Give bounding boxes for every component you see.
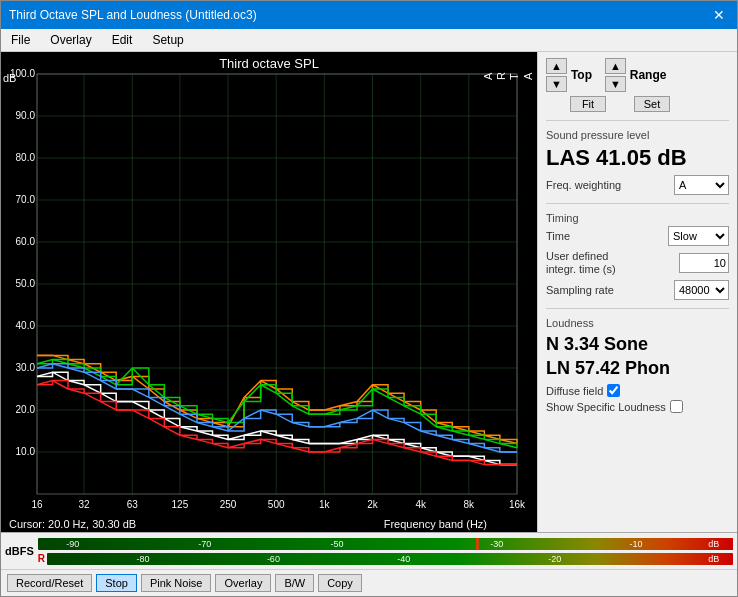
- r-label: R: [38, 553, 45, 564]
- svg-text:-50: -50: [330, 539, 343, 549]
- svg-text:-90: -90: [66, 539, 79, 549]
- top-up-button[interactable]: ▲: [546, 58, 567, 74]
- svg-text:-40: -40: [397, 554, 410, 564]
- meter-bot-svg: -80 -60 -40 -20 dB: [47, 552, 733, 566]
- spl-value: LAS 41.05 dB: [546, 145, 729, 171]
- diffuse-field-row: Diffuse field: [546, 384, 729, 397]
- dbfs-bar: dBFS: [1, 533, 737, 569]
- svg-rect-8: [47, 553, 733, 565]
- show-specific-loudness-label: Show Specific Loudness: [546, 401, 666, 413]
- timing-label: Timing: [546, 212, 729, 224]
- show-specific-loudness-checkbox[interactable]: [670, 400, 683, 413]
- svg-text:-60: -60: [267, 554, 280, 564]
- main-window: Third Octave SPL and Loudness (Untitled.…: [0, 0, 738, 597]
- overlay-button[interactable]: Overlay: [215, 574, 271, 592]
- spl-section-label: Sound pressure level: [546, 129, 729, 141]
- bw-button[interactable]: B/W: [275, 574, 314, 592]
- set-button[interactable]: Set: [634, 96, 670, 112]
- window-title: Third Octave SPL and Loudness (Untitled.…: [9, 8, 257, 22]
- loudness-n-value: N 3.34 Sone LN 57.42 Phon: [546, 333, 729, 380]
- main-content: Third octave SPL ARTA Cursor: 20.0 Hz, 3…: [1, 52, 737, 532]
- spl-chart: [1, 52, 537, 532]
- chart-canvas-wrap: ARTA Cursor: 20.0 Hz, 30.30 dB Frequency…: [1, 52, 537, 532]
- loudness-section-label: Loudness: [546, 317, 729, 329]
- time-select[interactable]: Slow Fast Impulse: [668, 226, 729, 246]
- arta-label: ARTA: [482, 72, 535, 80]
- svg-text:dB: dB: [708, 554, 719, 564]
- chart-title: Third octave SPL: [1, 52, 537, 73]
- top-label: Top: [571, 68, 601, 82]
- sampling-rate-row: Sampling rate 44100 48000 96000: [546, 280, 729, 300]
- user-integr-label: User defined integr. time (s): [546, 250, 636, 276]
- freq-weighting-label: Freq. weighting: [546, 179, 621, 191]
- divider-3: [546, 308, 729, 309]
- right-panel: ▲ ▼ Top ▲ ▼ Range Fit Set Sound pressure…: [537, 52, 737, 532]
- time-row: Time Slow Fast Impulse: [546, 226, 729, 246]
- top-down-button[interactable]: ▼: [546, 76, 567, 92]
- control-buttons: Record/Reset Stop Pink Noise Overlay B/W…: [1, 569, 737, 596]
- time-label: Time: [546, 230, 570, 242]
- show-specific-loudness-row: Show Specific Loudness: [546, 400, 729, 413]
- dbfs-label: dBFS: [5, 545, 34, 557]
- copy-button[interactable]: Copy: [318, 574, 362, 592]
- cursor-info: Cursor: 20.0 Hz, 30.30 dB: [9, 518, 136, 530]
- user-integr-row: User defined integr. time (s): [546, 250, 729, 276]
- svg-text:-10: -10: [629, 539, 642, 549]
- menu-file[interactable]: File: [7, 31, 34, 49]
- menu-overlay[interactable]: Overlay: [46, 31, 95, 49]
- range-up-button[interactable]: ▲: [605, 58, 626, 74]
- svg-text:-20: -20: [548, 554, 561, 564]
- freq-weighting-row: Freq. weighting A B C Z: [546, 175, 729, 195]
- divider-2: [546, 203, 729, 204]
- chart-area: Third octave SPL ARTA Cursor: 20.0 Hz, 3…: [1, 52, 537, 532]
- freq-weighting-select[interactable]: A B C Z: [674, 175, 729, 195]
- diffuse-field-checkbox[interactable]: [607, 384, 620, 397]
- top-fit-row: ▲ ▼ Top ▲ ▼ Range: [546, 58, 729, 92]
- freq-axis-label: Frequency band (Hz): [384, 518, 487, 530]
- divider-1: [546, 120, 729, 121]
- meter-top-svg: -90 -70 -50 -30 -10 dB: [38, 537, 733, 551]
- diffuse-field-label: Diffuse field: [546, 385, 603, 397]
- record-reset-button[interactable]: Record/Reset: [7, 574, 92, 592]
- bottom-area: dBFS: [1, 532, 737, 596]
- menu-bar: File Overlay Edit Setup: [1, 29, 737, 52]
- range-label: Range: [630, 68, 667, 82]
- sampling-rate-label: Sampling rate: [546, 284, 614, 296]
- menu-setup[interactable]: Setup: [148, 31, 187, 49]
- fit-set-row: Fit Set: [546, 96, 729, 112]
- menu-edit[interactable]: Edit: [108, 31, 137, 49]
- sampling-rate-select[interactable]: 44100 48000 96000: [674, 280, 729, 300]
- svg-text:-70: -70: [198, 539, 211, 549]
- svg-text:dB: dB: [708, 539, 719, 549]
- svg-rect-7: [476, 538, 479, 550]
- user-integr-input[interactable]: [679, 253, 729, 273]
- fit-button[interactable]: Fit: [570, 96, 606, 112]
- svg-text:-30: -30: [490, 539, 503, 549]
- svg-text:-80: -80: [137, 554, 150, 564]
- close-button[interactable]: ✕: [709, 7, 729, 23]
- pink-noise-button[interactable]: Pink Noise: [141, 574, 212, 592]
- range-down-button[interactable]: ▼: [605, 76, 626, 92]
- title-bar: Third Octave SPL and Loudness (Untitled.…: [1, 1, 737, 29]
- stop-button[interactable]: Stop: [96, 574, 137, 592]
